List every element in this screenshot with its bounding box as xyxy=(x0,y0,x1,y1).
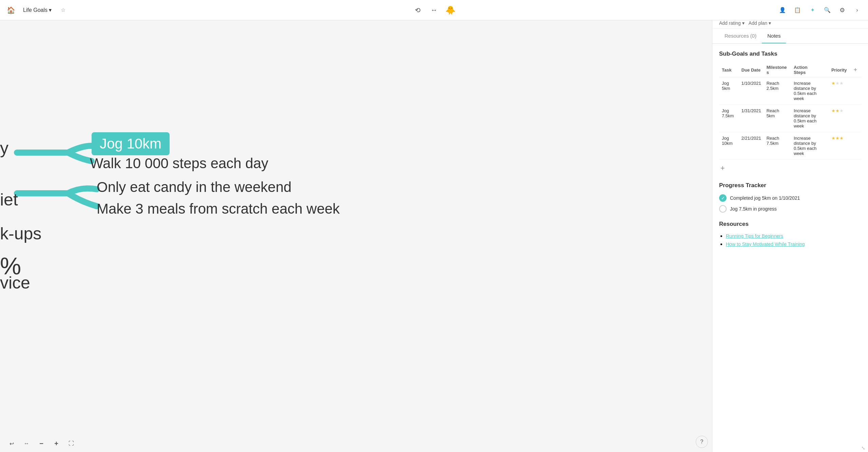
resources-section: Resources Running Tips for BeginnersHow … xyxy=(719,221,861,247)
bottom-toolbar: ↩ ↔ − + ⛶ xyxy=(0,435,712,452)
task-name: Jog 10km xyxy=(719,132,739,160)
task-action-steps: Increase distance by 0.5km each week xyxy=(791,105,829,132)
ai-button[interactable]: ✦ xyxy=(806,3,819,17)
resize-handle[interactable]: ⤡ xyxy=(861,445,868,452)
col-milestones: Milestones xyxy=(764,63,791,77)
zoom-out-button[interactable]: − xyxy=(35,437,47,450)
node-walk-steps[interactable]: Walk 10 000 steps each day xyxy=(90,155,268,172)
task-milestone: Reach 5km xyxy=(764,105,791,132)
progress-list: ✓Completed jog 5km on 1/10/2021Jog 7.5km… xyxy=(719,194,861,213)
node-meals[interactable]: Make 3 meals from scratch each week xyxy=(97,201,340,217)
table-row: Jog 5km 1/10/2021 Reach 2.5km Increase d… xyxy=(719,77,861,105)
resource-list: Running Tips for BeginnersHow to Stay Mo… xyxy=(719,233,861,247)
task-due-date: 2/21/2021 xyxy=(739,132,764,160)
col-task: Task xyxy=(719,63,739,77)
list-item: How to Stay Motivated While Training xyxy=(726,241,861,247)
home-button[interactable]: 🏠 xyxy=(4,3,18,17)
node-iet[interactable]: iet xyxy=(0,190,18,210)
task-priority: ★★★ xyxy=(829,105,850,132)
table-row: Jog 7.5km 1/31/2021 Reach 5km Increase d… xyxy=(719,105,861,132)
tasks-table: Task Due Date Milestones ActionSteps Pri… xyxy=(719,63,861,160)
breadcrumb-chevron-icon: ▾ xyxy=(49,7,52,13)
progress-section: Progress Tracker ✓Completed jog 5km on 1… xyxy=(719,182,861,213)
check-empty-icon[interactable] xyxy=(719,205,727,213)
fit-view-button[interactable]: ⛶ xyxy=(65,437,77,450)
check-filled-icon[interactable]: ✓ xyxy=(719,194,727,202)
avatar-button[interactable]: 🐥 xyxy=(444,3,457,17)
task-due-date: 1/31/2021 xyxy=(739,105,764,132)
task-due-date: 1/10/2021 xyxy=(739,77,764,105)
progress-text: Completed jog 5km on 1/10/2021 xyxy=(730,195,800,201)
node-jog-10km[interactable]: Jog 10km xyxy=(92,132,170,155)
col-action-steps: ActionSteps xyxy=(791,63,829,77)
list-item: Running Tips for Beginners xyxy=(726,233,861,239)
task-milestone: Reach 2.5km xyxy=(764,77,791,105)
add-plan-button[interactable]: Add plan ▾ xyxy=(749,20,771,26)
fit-button[interactable]: ↔ xyxy=(427,3,441,17)
mindmap-canvas[interactable]: y Jog 10km Walk 10 000 steps each day ie… xyxy=(0,20,712,452)
settings-button[interactable]: ⚙ xyxy=(835,3,849,17)
task-priority: ★★★ xyxy=(829,77,850,105)
search-button[interactable]: 🔍 xyxy=(821,3,834,17)
panel-actions: Add rating ▾ Add plan ▾ xyxy=(719,20,861,26)
expand-panel-button[interactable]: › xyxy=(850,3,864,17)
panel-body: Sub-Goals and Tasks Task Due Date Milest… xyxy=(712,44,868,452)
chevron-down-icon: ▾ xyxy=(742,20,745,26)
presentation-button[interactable]: 📋 xyxy=(791,3,804,17)
task-name: Jog 5km xyxy=(719,77,739,105)
table-row: Jog 10km 2/21/2021 Reach 7.5km Increase … xyxy=(719,132,861,160)
undo-button[interactable]: ⟲ xyxy=(411,3,425,17)
progress-title: Progress Tracker xyxy=(719,182,861,189)
resource-link[interactable]: How to Stay Motivated While Training xyxy=(726,241,805,247)
tab-notes[interactable]: Notes xyxy=(762,29,786,43)
task-action-steps: Increase distance by 0.5km each week xyxy=(791,132,829,160)
node-candy[interactable]: Only eat candy in the weekend xyxy=(97,179,291,195)
mindmap-content: y Jog 10km Walk 10 000 steps each day ie… xyxy=(0,20,712,452)
col-priority: Priority xyxy=(829,63,850,77)
panel-tabs: Resources (0) Notes xyxy=(712,29,868,44)
subgoals-title: Sub-Goals and Tasks xyxy=(719,51,861,57)
add-column-button[interactable]: + xyxy=(852,66,859,74)
add-rating-label: Add rating xyxy=(719,20,741,26)
top-bar: 🏠 Life Goals ▾ ☆ ⟲ ↔ 🐥 👤 📋 ✦ 🔍 ⚙ › xyxy=(0,0,868,20)
add-row-button[interactable]: + xyxy=(719,162,726,174)
redo-bottom-button[interactable]: ↔ xyxy=(20,437,33,450)
add-plan-label: Add plan xyxy=(749,20,767,26)
node-vice[interactable]: vice xyxy=(0,273,30,293)
add-collaborator-button[interactable]: 👤 xyxy=(776,3,789,17)
progress-text: Jog 7.5km in progress xyxy=(730,206,777,212)
task-priority: ★★★ xyxy=(829,132,850,160)
chevron-down-icon-plan: ▾ xyxy=(769,20,771,26)
col-due-date: Due Date xyxy=(739,63,764,77)
tab-resources[interactable]: Resources (0) xyxy=(719,29,762,43)
breadcrumb-label: Life Goals xyxy=(23,7,47,13)
resources-title: Resources xyxy=(719,221,861,228)
add-rating-button[interactable]: Add rating ▾ xyxy=(719,20,745,26)
progress-item: ✓Completed jog 5km on 1/10/2021 xyxy=(719,194,861,202)
task-name: Jog 7.5km xyxy=(719,105,739,132)
progress-item: Jog 7.5km in progress xyxy=(719,205,861,213)
toolbar-right: 👤 📋 ✦ 🔍 ⚙ › xyxy=(776,3,864,17)
help-button[interactable]: ? xyxy=(696,436,708,448)
node-y[interactable]: y xyxy=(0,138,8,158)
zoom-in-button[interactable]: + xyxy=(50,437,62,450)
task-milestone: Reach 7.5km xyxy=(764,132,791,160)
right-panel: Jog 10km each wednesday ⋮ Add rating ▾ A… xyxy=(712,0,868,452)
node-kups[interactable]: k-ups xyxy=(0,224,41,243)
connectors-svg xyxy=(0,20,712,452)
toolbar-center: ⟲ ↔ 🐥 xyxy=(411,3,457,17)
favorite-button[interactable]: ☆ xyxy=(57,4,69,16)
resource-link[interactable]: Running Tips for Beginners xyxy=(726,233,783,239)
breadcrumb-button[interactable]: Life Goals ▾ xyxy=(20,5,54,15)
undo-bottom-button[interactable]: ↩ xyxy=(5,437,18,450)
task-action-steps: Increase distance by 0.5km each week xyxy=(791,77,829,105)
